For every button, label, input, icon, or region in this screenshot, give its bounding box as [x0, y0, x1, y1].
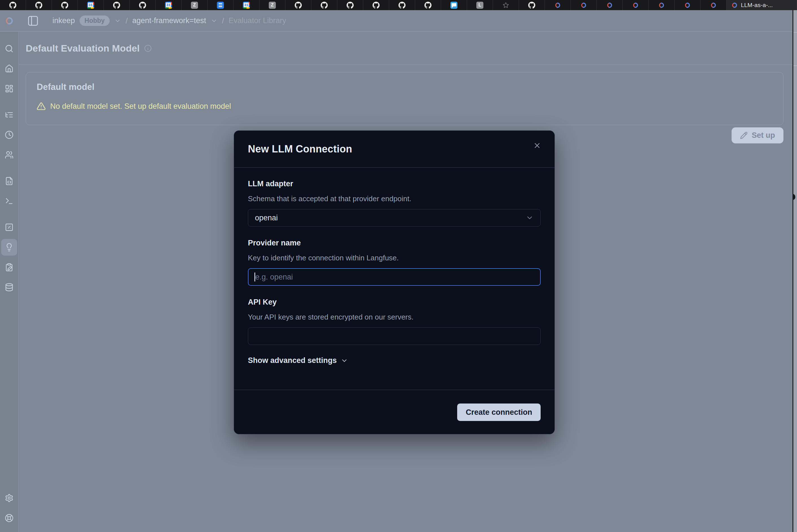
warning-triangle-icon — [37, 102, 46, 111]
browser-tab[interactable] — [675, 0, 701, 10]
chevron-down-icon[interactable] — [211, 17, 217, 24]
langfuse-favicon — [658, 2, 665, 9]
github-favicon — [61, 2, 68, 9]
browser-tab[interactable]: Z — [182, 0, 207, 10]
browser-tab[interactable]: 31 — [234, 0, 259, 10]
langfuse-favicon — [580, 2, 587, 9]
cursor-notch — [793, 194, 795, 200]
chevron-down-icon — [526, 214, 533, 222]
browser-tab-active[interactable]: LLM-as-a-... — [726, 0, 797, 10]
card-title: Default model — [37, 82, 773, 92]
browser-tab[interactable] — [52, 0, 78, 10]
browser-tab[interactable]: 31 — [78, 0, 104, 10]
sidebar-item-annotation[interactable] — [0, 257, 18, 277]
github-favicon — [347, 2, 354, 9]
browser-tab[interactable] — [0, 0, 26, 10]
langfuse-logo[interactable] — [0, 16, 19, 26]
browser-tab[interactable] — [26, 0, 52, 10]
browser-tab[interactable] — [571, 0, 597, 10]
close-icon — [533, 141, 541, 150]
browser-tab[interactable] — [545, 0, 571, 10]
annotation-icon — [5, 263, 14, 272]
browser-tab[interactable] — [701, 0, 726, 10]
scores-icon — [5, 223, 14, 232]
api-key-field: API Key Your API keys are stored encrypt… — [248, 298, 541, 345]
z-favicon: Z — [191, 2, 198, 9]
provider-name-description: Key to identify the connection within La… — [248, 253, 541, 262]
browser-tab[interactable] — [285, 0, 311, 10]
langfuse-favicon — [684, 2, 691, 9]
browser-tab[interactable]: L — [467, 0, 493, 10]
breadcrumb-project[interactable]: agent-framework=test — [132, 16, 206, 25]
dashboards-icon — [5, 84, 14, 93]
sidebar-item-search[interactable] — [0, 39, 18, 59]
llm-adapter-label: LLM adapter — [248, 179, 541, 188]
dialog-header: New LLM Connection — [234, 131, 555, 168]
no-default-model-warning: No default model set. Set up default eva… — [37, 102, 773, 111]
sidebar-item-support[interactable] — [0, 508, 18, 528]
dialog-body: LLM adapter Schema that is accepted at t… — [234, 168, 555, 390]
set-up-button[interactable]: Set up — [731, 127, 783, 144]
sidebar-item-prompts[interactable] — [0, 171, 18, 191]
gcal-favicon: 31 — [243, 2, 250, 9]
sidebar-item-users[interactable] — [0, 145, 18, 165]
gcal-favicon: 31 — [165, 2, 172, 9]
browser-tab[interactable] — [104, 0, 130, 10]
api-key-input[interactable] — [248, 327, 541, 345]
api-key-description: Your API keys are stored encrypted on ou… — [248, 313, 541, 322]
z-favicon: Z — [269, 2, 276, 9]
close-button[interactable] — [531, 139, 543, 152]
github-favicon — [113, 2, 120, 9]
settings-icon — [5, 494, 14, 502]
show-advanced-settings-toggle[interactable]: Show advanced settings — [248, 356, 348, 365]
active-tab-label: LLM-as-a-... — [741, 2, 773, 8]
search-icon — [5, 44, 14, 53]
sidebar-item-home[interactable] — [0, 59, 18, 79]
sidebar-item-datasets[interactable] — [0, 277, 18, 297]
browser-tab[interactable] — [389, 0, 415, 10]
browser-tab[interactable] — [519, 0, 545, 10]
chat-favicon — [450, 2, 457, 9]
browser-tab[interactable] — [311, 0, 337, 10]
llm-adapter-value: openai — [255, 214, 278, 222]
sidebar-item-evaluators[interactable] — [0, 237, 18, 257]
page-title: Default Evaluation Model — [26, 43, 140, 54]
support-icon — [5, 514, 14, 522]
sidebar-item-scores[interactable] — [0, 217, 18, 237]
browser-tab[interactable] — [207, 0, 234, 10]
llm-adapter-select[interactable]: openai — [248, 209, 541, 227]
sidebar-item-dashboards[interactable] — [0, 79, 18, 99]
chevron-down-icon[interactable] — [114, 17, 121, 24]
create-connection-button[interactable]: Create connection — [457, 403, 541, 421]
browser-tab[interactable] — [493, 0, 519, 10]
provider-name-input[interactable] — [248, 268, 541, 286]
browser-tab[interactable] — [441, 0, 467, 10]
screen: 3131Z31ZLLLM-as-a-... inkeep Hobby — [0, 0, 797, 532]
browser-tabbar: 3131Z31ZLLLM-as-a-... — [0, 0, 797, 10]
sidebar-toggle-icon[interactable] — [27, 15, 39, 27]
browser-tab[interactable]: 31 — [156, 0, 182, 10]
github-favicon — [424, 2, 432, 9]
sidebar-item-sessions[interactable] — [0, 125, 18, 145]
browser-tab[interactable] — [623, 0, 649, 10]
browser-tab[interactable] — [363, 0, 389, 10]
browser-tab[interactable] — [597, 0, 623, 10]
github-favicon — [373, 2, 380, 9]
users-icon — [5, 150, 14, 159]
sidebar-item-settings[interactable] — [0, 488, 18, 508]
browser-tab[interactable]: Z — [259, 0, 285, 10]
breadcrumb-org[interactable]: inkeep — [52, 16, 75, 25]
breadcrumb: inkeep Hobby / agent-framework=test / Ev… — [19, 15, 286, 27]
browser-tab[interactable] — [415, 0, 441, 10]
sidebar-item-playground[interactable] — [0, 191, 18, 211]
sidebar-item-tracing[interactable] — [0, 105, 18, 125]
info-icon[interactable] — [144, 44, 152, 52]
browser-tab[interactable] — [337, 0, 363, 10]
star-favicon — [502, 2, 509, 9]
breadcrumb-page: Evaluator Library — [229, 16, 286, 25]
browser-tab[interactable] — [649, 0, 675, 10]
browser-tab[interactable] — [130, 0, 156, 10]
set-up-label: Set up — [751, 131, 775, 140]
github-favicon — [399, 2, 405, 9]
advanced-toggle-label: Show advanced settings — [248, 356, 337, 365]
